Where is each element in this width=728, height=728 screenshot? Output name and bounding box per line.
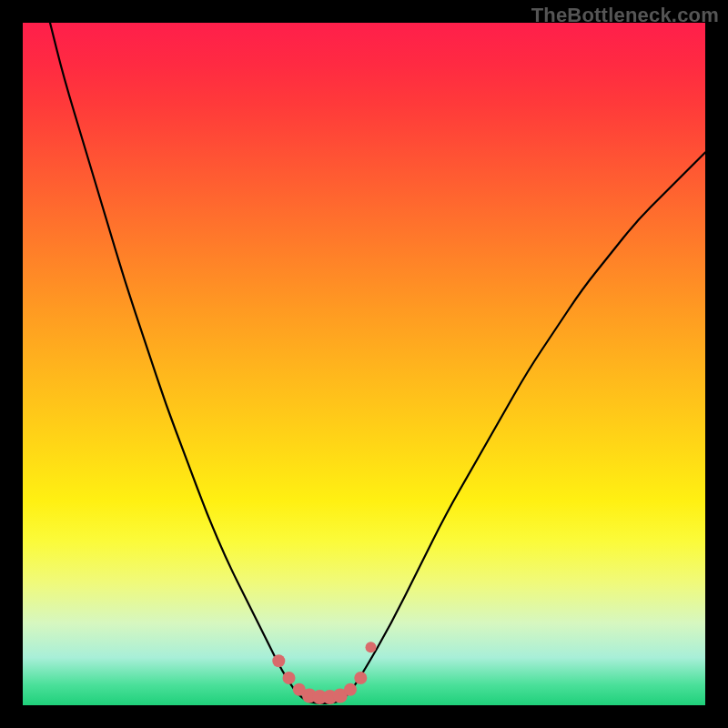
- valley-dot: [366, 642, 377, 652]
- chart-stage: TheBottleneck.com: [0, 0, 728, 728]
- bottleneck-curve: [50, 23, 705, 703]
- plot-area: [23, 23, 705, 705]
- valley-dot: [283, 672, 296, 684]
- valley-dot: [354, 672, 367, 684]
- valley-dots-group: [272, 642, 376, 704]
- valley-dot: [344, 683, 357, 696]
- valley-dot: [272, 654, 285, 667]
- curve-overlay: [23, 23, 705, 705]
